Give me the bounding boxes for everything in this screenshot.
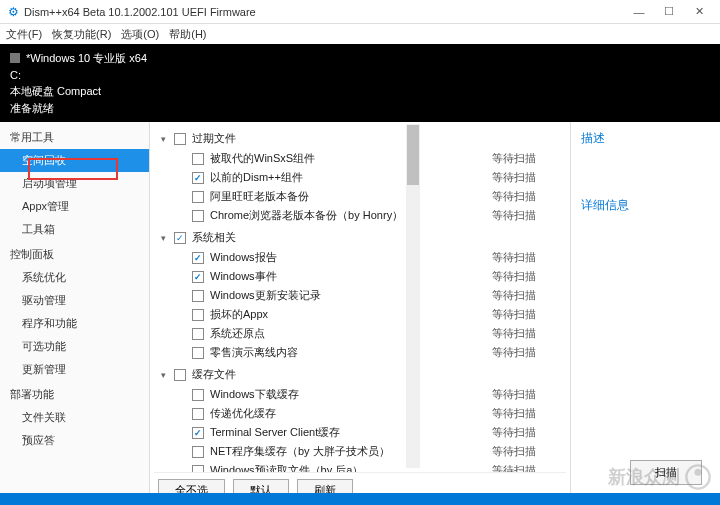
item-status: 等待扫描 xyxy=(492,406,562,421)
expander-icon[interactable]: ▾ xyxy=(158,134,168,144)
tree-item-row[interactable]: 损坏的Appx等待扫描 xyxy=(154,305,566,324)
tree-item-row[interactable]: Windows下载缓存等待扫描 xyxy=(154,385,566,404)
group-label: 缓存文件 xyxy=(192,367,562,382)
item-checkbox[interactable] xyxy=(192,446,204,458)
close-button[interactable]: ✕ xyxy=(684,1,714,23)
item-status: 等待扫描 xyxy=(492,307,562,322)
item-checkbox[interactable] xyxy=(192,172,204,184)
group-checkbox[interactable] xyxy=(174,133,186,145)
sidebar-item-toolbox[interactable]: 工具箱 xyxy=(0,218,149,241)
item-checkbox[interactable] xyxy=(192,465,204,473)
sidebar-item-programs[interactable]: 程序和功能 xyxy=(0,312,149,335)
item-checkbox[interactable] xyxy=(192,271,204,283)
tree-item-row[interactable]: 以前的Dism++组件等待扫描 xyxy=(154,168,566,187)
item-status: 等待扫描 xyxy=(492,208,562,223)
item-checkbox[interactable] xyxy=(192,309,204,321)
menu-help[interactable]: 帮助(H) xyxy=(169,27,206,42)
drive-letter: C: xyxy=(10,67,710,84)
item-label: 被取代的WinSxS组件 xyxy=(210,151,486,166)
tree-item-row[interactable]: Windows事件等待扫描 xyxy=(154,267,566,286)
tree-item-row[interactable]: 零售演示离线内容等待扫描 xyxy=(154,343,566,362)
tree-item-row[interactable]: 被取代的WinSxS组件等待扫描 xyxy=(154,149,566,168)
workspace: 常用工具 空间回收 启动项管理 Appx管理 工具箱 控制面板 系统优化 驱动管… xyxy=(0,122,720,505)
item-status: 等待扫描 xyxy=(492,250,562,265)
tree-item-row[interactable]: 阿里旺旺老版本备份等待扫描 xyxy=(154,187,566,206)
item-label: Windows事件 xyxy=(210,269,486,284)
tree-item-row[interactable]: 系统还原点等待扫描 xyxy=(154,324,566,343)
item-checkbox[interactable] xyxy=(192,153,204,165)
item-status: 等待扫描 xyxy=(492,463,562,472)
item-status: 等待扫描 xyxy=(492,269,562,284)
item-checkbox[interactable] xyxy=(192,389,204,401)
item-label: 系统还原点 xyxy=(210,326,486,341)
disk-info: 本地硬盘 Compact xyxy=(10,83,710,100)
scrollbar-thumb[interactable] xyxy=(407,125,419,185)
item-status: 等待扫描 xyxy=(492,288,562,303)
expander-icon[interactable]: ▾ xyxy=(158,370,168,380)
minimize-button[interactable]: — xyxy=(624,1,654,23)
item-label: Windows预读取文件（by 后a） xyxy=(210,463,486,472)
sidebar-group-control: 控制面板 xyxy=(0,243,149,266)
tree-item-row[interactable]: Windows预读取文件（by 后a）等待扫描 xyxy=(154,461,566,472)
window-title: Dism++x64 Beta 10.1.2002.101 UEFI Firmwa… xyxy=(24,6,624,18)
sidebar-item-space[interactable]: 空间回收 xyxy=(0,149,149,172)
os-checkbox-icon xyxy=(10,53,20,63)
item-label: 损坏的Appx xyxy=(210,307,486,322)
item-checkbox[interactable] xyxy=(192,290,204,302)
sidebar-item-fileassoc[interactable]: 文件关联 xyxy=(0,406,149,429)
sidebar-item-driver[interactable]: 驱动管理 xyxy=(0,289,149,312)
sidebar-group-deploy: 部署功能 xyxy=(0,383,149,406)
group-label: 过期文件 xyxy=(192,131,562,146)
tree-group-header[interactable]: ▾缓存文件 xyxy=(154,364,566,385)
maximize-button[interactable]: ☐ xyxy=(654,1,684,23)
item-status: 等待扫描 xyxy=(492,425,562,440)
item-checkbox[interactable] xyxy=(192,347,204,359)
tree-item-row[interactable]: NET程序集缓存（by 大胖子技术员）等待扫描 xyxy=(154,442,566,461)
menu-file[interactable]: 文件(F) xyxy=(6,27,42,42)
item-label: Windows报告 xyxy=(210,250,486,265)
group-checkbox[interactable] xyxy=(174,232,186,244)
item-checkbox[interactable] xyxy=(192,328,204,340)
item-checkbox[interactable] xyxy=(192,427,204,439)
description-label: 描述 xyxy=(581,130,710,147)
tree-area: ▾过期文件被取代的WinSxS组件等待扫描以前的Dism++组件等待扫描阿里旺旺… xyxy=(150,122,570,505)
sidebar-item-sysopt[interactable]: 系统优化 xyxy=(0,266,149,289)
right-panel: 描述 详细信息 xyxy=(570,122,720,505)
item-status: 等待扫描 xyxy=(492,326,562,341)
menu-options[interactable]: 选项(O) xyxy=(121,27,159,42)
item-checkbox[interactable] xyxy=(192,210,204,222)
item-checkbox[interactable] xyxy=(192,191,204,203)
item-status: 等待扫描 xyxy=(492,444,562,459)
tree-item-row[interactable]: 传递优化缓存等待扫描 xyxy=(154,404,566,423)
expander-icon[interactable]: ▾ xyxy=(158,233,168,243)
bottom-bar xyxy=(0,493,720,505)
tree-group-header[interactable]: ▾系统相关 xyxy=(154,227,566,248)
sidebar-item-appx[interactable]: Appx管理 xyxy=(0,195,149,218)
main-panel: ▾过期文件被取代的WinSxS组件等待扫描以前的Dism++组件等待扫描阿里旺旺… xyxy=(150,122,720,505)
item-label: 零售演示离线内容 xyxy=(210,345,486,360)
menu-recovery[interactable]: 恢复功能(R) xyxy=(52,27,111,42)
titlebar: ⚙ Dism++x64 Beta 10.1.2002.101 UEFI Firm… xyxy=(0,0,720,24)
details-label: 详细信息 xyxy=(581,197,710,214)
window-controls: — ☐ ✕ xyxy=(624,1,714,23)
sidebar-item-updates[interactable]: 更新管理 xyxy=(0,358,149,381)
sidebar-item-startup[interactable]: 启动项管理 xyxy=(0,172,149,195)
tree-group-header[interactable]: ▾过期文件 xyxy=(154,128,566,149)
os-version: *Windows 10 专业版 x64 xyxy=(26,50,147,67)
sidebar-item-preanswer[interactable]: 预应答 xyxy=(0,429,149,452)
scrollbar[interactable] xyxy=(406,124,420,468)
tree-item-row[interactable]: Windows更新安装记录等待扫描 xyxy=(154,286,566,305)
item-checkbox[interactable] xyxy=(192,252,204,264)
group-checkbox[interactable] xyxy=(174,369,186,381)
cleanup-tree: ▾过期文件被取代的WinSxS组件等待扫描以前的Dism++组件等待扫描阿里旺旺… xyxy=(154,128,566,472)
info-band: *Windows 10 专业版 x64 C: 本地硬盘 Compact 准备就绪 xyxy=(0,44,720,122)
menubar: 文件(F) 恢复功能(R) 选项(O) 帮助(H) xyxy=(0,24,720,44)
tree-item-row[interactable]: Windows报告等待扫描 xyxy=(154,248,566,267)
sidebar: 常用工具 空间回收 启动项管理 Appx管理 工具箱 控制面板 系统优化 驱动管… xyxy=(0,122,150,505)
item-label: 传递优化缓存 xyxy=(210,406,486,421)
item-label: Windows更新安装记录 xyxy=(210,288,486,303)
tree-item-row[interactable]: Terminal Server Client缓存等待扫描 xyxy=(154,423,566,442)
item-checkbox[interactable] xyxy=(192,408,204,420)
sidebar-item-optional[interactable]: 可选功能 xyxy=(0,335,149,358)
tree-item-row[interactable]: Chrome浏览器老版本备份（by Honry）等待扫描 xyxy=(154,206,566,225)
